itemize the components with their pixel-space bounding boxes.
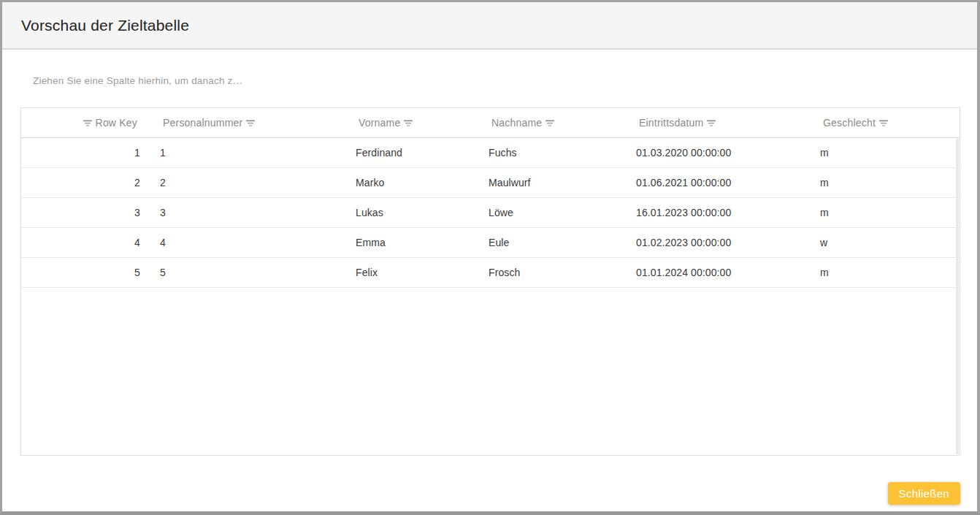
table-cell: Lukas <box>344 198 477 227</box>
table-cell: Emma <box>344 228 477 257</box>
dialog-title: Vorschau der Zieltabelle <box>21 17 189 34</box>
table-cell: 4 <box>148 228 344 257</box>
table-row[interactable]: 44EmmaEule01.02.2023 00:00:00w <box>21 228 960 258</box>
table-cell: 01.03.2020 00:00:00 <box>624 138 808 167</box>
filter-icon[interactable] <box>545 119 555 127</box>
table-cell: Felix <box>344 258 477 287</box>
column-header-vorname[interactable]: Vorname <box>344 108 477 137</box>
dialog-body: Ziehen Sie eine Spalte hierhin, um danac… <box>2 50 977 510</box>
dialog-titlebar: Vorschau der Zieltabelle <box>2 2 977 50</box>
table-cell: Eule <box>477 228 624 257</box>
table-cell: 16.01.2023 00:00:00 <box>624 198 808 227</box>
table-cell: 3 <box>148 198 344 227</box>
table-body: 11FerdinandFuchs01.03.2020 00:00:00m22Ma… <box>21 138 960 288</box>
column-header-label: Vorname <box>359 117 400 129</box>
table-cell: w <box>808 228 960 257</box>
group-panel-hint: Ziehen Sie eine Spalte hierhin, um danac… <box>33 75 242 86</box>
table-header-row: Row KeyPersonalnummerVornameNachnameEint… <box>21 108 960 138</box>
table-cell: m <box>808 258 960 287</box>
table-row[interactable]: 11FerdinandFuchs01.03.2020 00:00:00m <box>21 138 960 168</box>
filter-icon[interactable] <box>245 119 256 127</box>
column-header-label: Personalnummer <box>163 117 242 129</box>
table-cell: 01.01.2024 00:00:00 <box>624 258 808 287</box>
table-cell: 5 <box>148 258 344 287</box>
table-cell: 1 <box>21 138 148 167</box>
table-cell: Marko <box>344 168 477 197</box>
table-cell: Ferdinand <box>344 138 477 167</box>
filter-icon[interactable] <box>706 119 716 127</box>
close-button[interactable]: Schließen <box>888 482 960 505</box>
data-grid: Row KeyPersonalnummerVornameNachnameEint… <box>20 107 960 456</box>
column-header-label: Eintrittsdatum <box>639 117 703 129</box>
table-row[interactable]: 33LukasLöwe16.01.2023 00:00:00m <box>21 198 960 228</box>
table-cell: m <box>808 138 960 167</box>
column-header-row-key[interactable]: Row Key <box>21 108 148 137</box>
filter-icon[interactable] <box>83 119 93 127</box>
table-cell: 5 <box>21 258 148 287</box>
column-header-geschlecht[interactable]: Geschlecht <box>808 108 960 137</box>
table-cell: 2 <box>21 168 148 197</box>
table-cell: Frosch <box>477 258 624 287</box>
column-header-label: Geschlecht <box>823 117 876 129</box>
table-cell: 3 <box>21 198 148 227</box>
filter-icon[interactable] <box>403 119 413 127</box>
column-header-nachname[interactable]: Nachname <box>477 108 624 137</box>
filter-icon[interactable] <box>878 119 889 127</box>
table-cell: m <box>808 198 960 227</box>
column-header-label: Row Key <box>96 117 137 129</box>
table-cell: 1 <box>148 138 344 167</box>
scrollbar-track[interactable] <box>956 139 959 454</box>
table-cell: 4 <box>21 228 148 257</box>
column-header-personalnummer[interactable]: Personalnummer <box>148 108 344 137</box>
column-header-eintrittsdatum[interactable]: Eintrittsdatum <box>624 108 808 137</box>
table-cell: 01.06.2021 00:00:00 <box>624 168 808 197</box>
table-cell: Löwe <box>477 198 624 227</box>
dialog-window: Vorschau der Zieltabelle Ziehen Sie eine… <box>0 0 980 515</box>
group-by-drop-zone[interactable]: Ziehen Sie eine Spalte hierhin, um danac… <box>33 72 242 89</box>
table-cell: 01.02.2023 00:00:00 <box>624 228 808 257</box>
table-cell: 2 <box>148 168 344 197</box>
table-cell: m <box>808 168 960 197</box>
column-header-label: Nachname <box>491 117 542 129</box>
table-row[interactable]: 55FelixFrosch01.01.2024 00:00:00m <box>21 258 960 288</box>
table-cell: Fuchs <box>477 138 624 167</box>
table-cell: Maulwurf <box>477 168 624 197</box>
table-row[interactable]: 22MarkoMaulwurf01.06.2021 00:00:00m <box>21 168 960 198</box>
